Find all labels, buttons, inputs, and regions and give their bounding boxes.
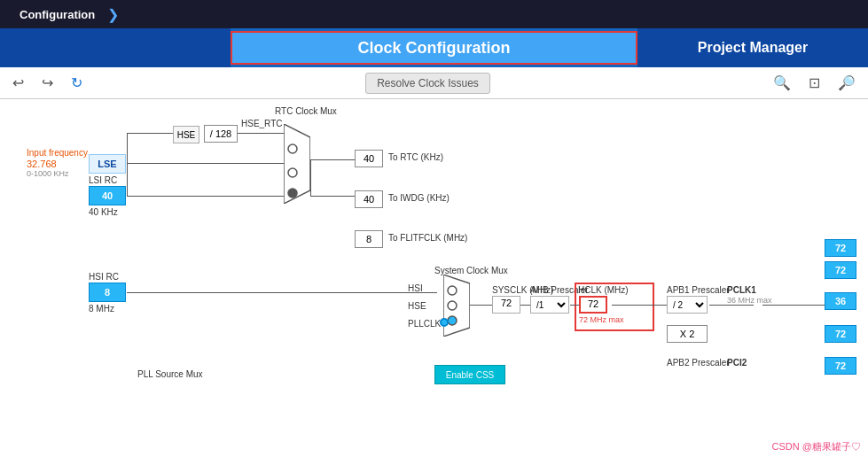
- rtc-mux-shape: [284, 124, 310, 204]
- div128-label: / 128: [210, 128, 231, 139]
- pllclk-selected-dot: [440, 318, 449, 327]
- flit-output-box: 8: [355, 230, 383, 248]
- out72-3-val: 72: [835, 360, 846, 371]
- apb2-prescaler-label: APB2 Prescaler: [667, 358, 730, 368]
- pclk1-value: 36: [835, 296, 846, 306]
- redo-button[interactable]: ↪: [36, 71, 59, 95]
- iwdg-output-box: 40: [355, 190, 383, 208]
- hclk-input[interactable]: 72: [579, 296, 607, 314]
- lse-label: LSE: [98, 159, 116, 169]
- refresh-button[interactable]: ↻: [66, 71, 88, 95]
- div128-box[interactable]: / 128: [204, 125, 238, 143]
- hclk-value: 72: [588, 298, 598, 309]
- hsi-rc-label: HSI RC: [89, 272, 119, 282]
- x2-value-box: 72: [825, 325, 856, 343]
- rtc-output-box: 40: [355, 150, 383, 167]
- sysclk-mux-shape: [443, 275, 470, 337]
- out72-1: 72: [825, 239, 856, 257]
- tab-project-manager[interactable]: Project Manager: [637, 28, 868, 67]
- iwdg-to-label: To IWDG (KHz): [388, 193, 450, 203]
- svg-point-7: [448, 316, 457, 325]
- lsi-freq-box[interactable]: 40: [89, 186, 126, 205]
- lsi-freq-value: 40: [102, 190, 113, 201]
- undo-button[interactable]: ↩: [7, 71, 29, 95]
- hclk-max-label: 72 MHz max: [579, 315, 624, 324]
- apb1-prescaler-select[interactable]: / 2/1/4: [667, 296, 708, 314]
- rtc-value: 40: [364, 153, 374, 164]
- hsi-line-label: HSI: [408, 283, 423, 293]
- iwdg-value: 40: [364, 194, 374, 205]
- out72-2: 72: [825, 261, 856, 279]
- watermark-text: CSDN @糖果罐子♡: [772, 440, 861, 453]
- input-freq-range: 0-1000 KHz: [27, 169, 69, 178]
- zoom-fit-button[interactable]: ⊡: [803, 71, 825, 95]
- hse-small-box: HSE: [173, 126, 199, 143]
- pclk1-label: PCLK1: [727, 285, 756, 295]
- resolve-clock-issues-button[interactable]: Resolve Clock Issues: [365, 73, 490, 94]
- sysclk-value: 72: [501, 298, 512, 308]
- zoom-out-button[interactable]: 🔍: [833, 71, 861, 95]
- x2-value: 72: [835, 329, 846, 339]
- pclk1-value-box: 36: [825, 292, 856, 310]
- enable-css-button[interactable]: Enable CSS: [434, 365, 505, 384]
- hse-line-label: HSE: [408, 301, 426, 311]
- svg-point-5: [448, 286, 457, 295]
- lse-box[interactable]: LSE: [89, 154, 126, 174]
- input-freq-label: Input frequency: [27, 148, 88, 158]
- rtc-to-label: To RTC (KHz): [388, 152, 443, 162]
- hsi-mhz-label: 8 MHz: [89, 304, 114, 314]
- toolbar: ↩ ↪ ↻ Resolve Clock Issues 🔍 ⊡ 🔍: [0, 67, 868, 99]
- tab-bar: Clock Configuration Project Manager: [0, 28, 868, 67]
- hse-text: HSE: [177, 130, 196, 140]
- out72-2-val: 72: [835, 265, 846, 275]
- ahb-prescaler-select[interactable]: /1 /2/4/8: [530, 296, 569, 314]
- rtc-clock-mux-label: RTC Clock Mux: [275, 106, 337, 116]
- lsi-rc-label: LSI RC: [89, 175, 117, 185]
- pll-line-label: PLLCLK: [408, 319, 441, 329]
- svg-point-1: [288, 144, 297, 153]
- apb1-prescaler-label: APB1 Prescaler: [667, 285, 730, 295]
- x2-box: X 2: [667, 325, 708, 343]
- sysclk-input[interactable]: 72: [492, 296, 520, 314]
- pclk1-max-label: 36 MHz max: [727, 296, 772, 305]
- lsi-khz-label: 40 KHz: [89, 207, 118, 217]
- hsi-value-box[interactable]: 8: [89, 283, 126, 302]
- out72-3: 72: [825, 357, 856, 375]
- tab-left-panel[interactable]: [0, 28, 231, 67]
- pci2-label: PCI2: [727, 358, 747, 368]
- svg-point-6: [448, 301, 457, 310]
- hse-rtc-label: HSE_RTC: [241, 119, 283, 128]
- tab-right-label: Project Manager: [698, 40, 808, 56]
- x2-label: X 2: [680, 329, 695, 339]
- tab-center-label: Clock Configuration: [358, 39, 511, 58]
- tab-clock-configuration[interactable]: Clock Configuration: [231, 31, 637, 65]
- flit-to-label: To FLITFCLK (MHz): [388, 233, 467, 243]
- zoom-in-button[interactable]: 🔍: [768, 71, 796, 95]
- input-freq-value: 32.768: [27, 159, 57, 169]
- svg-point-2: [288, 168, 297, 177]
- clock-diagram-canvas: RTC Clock Mux Input frequency 32.768 0-1…: [0, 99, 868, 457]
- nav-configuration[interactable]: Configuration: [11, 4, 104, 25]
- svg-point-3: [288, 189, 297, 198]
- top-nav-bar: Configuration ❯: [0, 0, 868, 28]
- hsi-value: 8: [105, 287, 110, 298]
- enable-css-label: Enable CSS: [446, 370, 494, 380]
- out72-1-val: 72: [835, 243, 846, 253]
- pll-source-mux-label: PLL Source Mux: [137, 369, 203, 379]
- flit-value: 8: [366, 234, 371, 244]
- nav-chevron-icon: ❯: [107, 6, 119, 23]
